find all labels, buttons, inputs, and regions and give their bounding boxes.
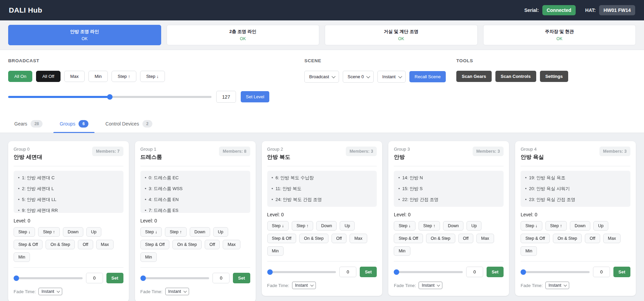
group-max-button[interactable]: Max (476, 234, 494, 243)
step-up-button[interactable]: Step ↑ (112, 71, 136, 82)
all-off-button[interactable]: All Off (36, 71, 60, 82)
fade-time-select[interactable]: Instant (165, 288, 189, 295)
settings-button[interactable]: Settings (540, 71, 568, 82)
group-min-button[interactable]: Min (267, 246, 284, 256)
line-tab[interactable]: 주차장 및 현관OK (483, 25, 636, 45)
group-down-button[interactable]: Down (63, 227, 83, 237)
set-level-button[interactable]: Set Level (241, 91, 269, 102)
line-tab[interactable]: 거실 및 계단 조명OK (325, 25, 478, 45)
group-off-button[interactable]: Off (458, 234, 473, 243)
group-step-and-off-button[interactable]: Step & Off (521, 234, 549, 243)
group-off-button[interactable]: Off (205, 240, 220, 249)
tab-gears[interactable]: Gears28 (14, 116, 43, 133)
scan-controls-button[interactable]: Scan Controls (495, 71, 536, 82)
group-on-and-step-button[interactable]: On & Step (172, 240, 202, 249)
group-on-and-step-button[interactable]: On & Step (46, 240, 75, 249)
group-step-down-button[interactable]: Step ↓ (14, 227, 35, 237)
line-tab[interactable]: 2층 조명 라인OK (167, 25, 320, 45)
line-name: 안방 조명 라인 (11, 29, 158, 35)
fade-time-select[interactable]: Instant (38, 288, 62, 295)
tab-groups[interactable]: Groups6 (59, 116, 89, 133)
group-on-and-step-button[interactable]: On & Step (553, 234, 582, 243)
group-level-input[interactable] (86, 273, 103, 283)
scene-number-select[interactable]: Scene 0 (343, 71, 374, 83)
group-level-input[interactable] (213, 273, 230, 283)
group-step-down-button[interactable]: Step ↓ (267, 221, 289, 231)
group-off-button[interactable]: Off (585, 234, 600, 243)
group-max-button[interactable]: Max (96, 240, 114, 249)
group-down-button[interactable]: Down (443, 221, 463, 231)
group-step-up-button[interactable]: Step ↑ (419, 221, 440, 231)
max-button[interactable]: Max (64, 71, 85, 82)
group-min-button[interactable]: Min (140, 252, 157, 262)
group-step-and-off-button[interactable]: Step & Off (267, 234, 296, 243)
recall-scene-button[interactable]: Recall Scene (409, 71, 446, 82)
group-level-row: Set (521, 267, 630, 277)
group-down-button[interactable]: Down (316, 221, 337, 231)
group-down-button[interactable]: Down (190, 227, 210, 237)
group-step-down-button[interactable]: Step ↓ (140, 227, 162, 237)
line-tab[interactable]: 안방 조명 라인OK (8, 25, 161, 45)
hat-label: HAT: (585, 7, 596, 13)
group-up-button[interactable]: Up (593, 221, 608, 231)
member-text: 14: 안방 N (402, 175, 423, 180)
group-max-button[interactable]: Max (350, 234, 367, 243)
group-step-up-button[interactable]: Step ↑ (292, 221, 313, 231)
all-on-button[interactable]: All On (8, 71, 32, 82)
group-step-up-button[interactable]: Step ↑ (38, 227, 60, 237)
scan-gears-button[interactable]: Scan Gears (456, 71, 492, 82)
group-level-slider[interactable] (394, 271, 463, 273)
fade-time-select[interactable]: Instant (419, 282, 442, 289)
tab-control-devices[interactable]: Control Devices2 (105, 116, 153, 133)
member-text: 0: 드레스룸 EC (149, 175, 179, 180)
group-off-button[interactable]: Off (332, 234, 346, 243)
group-set-button[interactable]: Set (487, 267, 504, 277)
member-list[interactable]: •1: 안방 세면대 C•2: 안방 세면대 L•5: 안방 세면대 LL•9:… (14, 171, 123, 213)
broadcast-level-slider[interactable] (8, 96, 211, 98)
bullet-icon: • (398, 175, 400, 180)
group-step-up-button[interactable]: Step ↑ (545, 221, 567, 231)
group-on-and-step-button[interactable]: On & Step (299, 234, 328, 243)
group-up-button[interactable]: Up (213, 227, 228, 237)
step-down-button[interactable]: Step ↓ (140, 71, 165, 82)
group-level-input[interactable] (593, 267, 610, 277)
scene-fade-select[interactable]: Instant (377, 71, 406, 83)
group-step-and-off-button[interactable]: Step & Off (394, 234, 423, 243)
fade-time-select[interactable]: Instant (545, 282, 569, 289)
group-set-button[interactable]: Set (360, 267, 377, 277)
group-min-button[interactable]: Min (14, 252, 30, 262)
group-level-slider[interactable] (140, 277, 209, 279)
group-step-up-button[interactable]: Step ↑ (165, 227, 186, 237)
group-button-row: Min (394, 246, 504, 256)
members-count-badge: Members: 7 (92, 147, 123, 156)
group-up-button[interactable]: Up (340, 221, 355, 231)
group-step-and-off-button[interactable]: Step & Off (140, 240, 169, 249)
group-step-and-off-button[interactable]: Step & Off (14, 240, 43, 249)
group-step-down-button[interactable]: Step ↓ (521, 221, 542, 231)
group-min-button[interactable]: Min (394, 246, 410, 256)
group-set-button[interactable]: Set (106, 273, 123, 283)
group-level-slider[interactable] (521, 271, 590, 273)
group-step-down-button[interactable]: Step ↓ (394, 221, 415, 231)
group-down-button[interactable]: Down (570, 221, 590, 231)
group-set-button[interactable]: Set (233, 273, 250, 283)
bullet-icon: • (18, 186, 20, 191)
group-level-slider[interactable] (14, 277, 83, 279)
group-off-button[interactable]: Off (78, 240, 93, 249)
group-max-button[interactable]: Max (223, 240, 240, 249)
group-level-slider[interactable] (267, 271, 336, 273)
fade-time-select[interactable]: Instant (292, 282, 316, 289)
member-list[interactable]: •0: 드레스룸 EC•3: 드레스룸 WSS•4: 드레스룸 EN•7: 드레… (140, 171, 250, 213)
group-min-button[interactable]: Min (521, 246, 537, 256)
group-level-label: Level: 0 (140, 218, 250, 223)
group-up-button[interactable]: Up (86, 227, 101, 237)
group-level-input[interactable] (466, 267, 483, 277)
min-button[interactable]: Min (88, 71, 108, 82)
scene-target-select[interactable]: Broadcast (304, 71, 339, 83)
group-on-and-step-button[interactable]: On & Step (426, 234, 455, 243)
group-up-button[interactable]: Up (467, 221, 481, 231)
group-set-button[interactable]: Set (613, 267, 630, 277)
broadcast-level-input[interactable] (216, 91, 236, 103)
group-max-button[interactable]: Max (603, 234, 621, 243)
group-level-input[interactable] (339, 267, 356, 277)
